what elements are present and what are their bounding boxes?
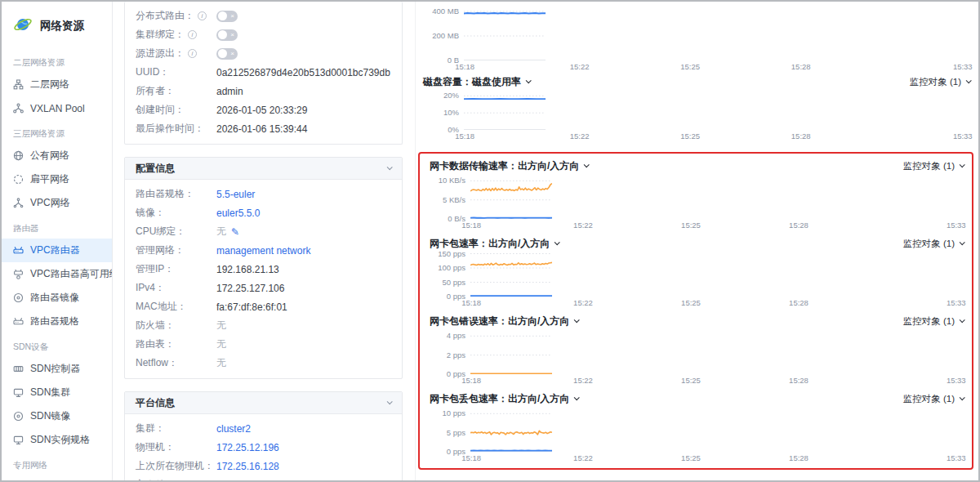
dashed-circle-icon (13, 174, 24, 185)
info-row: 物理机：172.25.12.196 (125, 438, 402, 457)
sidebar-item-router-image[interactable]: 路由器镜像 (2, 286, 112, 310)
value-text: 0a212526879d4e20b513d0001bc739db (216, 67, 390, 78)
highlight-box: 网卡数据传输速率：出方向/入方向监控对象 (1)10 KB/s5 KB/s0 B… (418, 152, 973, 470)
monitor-target-dropdown[interactable]: 监控对象 (1) (910, 76, 970, 88)
section-title: 配置信息 (136, 162, 175, 176)
y-axis-label: 0 B (418, 56, 459, 65)
x-axis-label: 15:18 (455, 62, 474, 71)
value-link[interactable]: euler5.5.0 (216, 208, 260, 219)
sidebar-item-sdn-image[interactable]: SDN镜像 (2, 404, 112, 428)
x-axis-label: 15:28 (791, 132, 811, 141)
sidebar: 网络资源 二层网络资源二层网络VXLAN Pool三层网络资源公有网络扁平网络V… (2, 2, 113, 480)
y-axis-label: 5 pps (425, 428, 466, 437)
monitor-target-dropdown[interactable]: 监控对象 (1) (903, 160, 964, 172)
value-link[interactable]: 172.25.16.128 (216, 461, 279, 472)
x-axis: 15:1815:2215:2515:2815:33 (464, 131, 967, 142)
sidebar-item-sdn-controller[interactable]: SDN控制器 (2, 357, 112, 381)
chevron-down-icon (584, 162, 590, 167)
info-label: 创建时间： (136, 103, 216, 117)
chevron-down-icon (526, 78, 532, 83)
y-axis-label: 0% (418, 125, 459, 134)
info-row: IPv4：172.25.127.106 (125, 279, 402, 297)
sidebar-item-public-network[interactable]: 公有网络 (2, 144, 112, 167)
chart-title-dropdown[interactable]: 网卡数据传输速率：出方向/入方向 (430, 159, 588, 173)
y-axis-label: 10% (418, 108, 459, 117)
toggle-switch-off[interactable]: × (216, 11, 238, 22)
sidebar-item-vpc-network[interactable]: VPC网络 (2, 191, 112, 215)
sidebar-item-label: SDN镜像 (30, 409, 70, 423)
info-label: 所有者： (136, 84, 216, 98)
value-text: 无 (216, 225, 226, 239)
sidebar-item-sdn-cluster[interactable]: SDN集群 (2, 381, 112, 404)
y-axis-label: 400 MB (418, 7, 459, 16)
x-axis-label: 15:22 (573, 376, 593, 385)
info-value: 无✎ (216, 225, 239, 239)
info-label: 路由器规格： (136, 187, 216, 201)
x-axis: 15:1815:2215:2515:2815:33 (464, 61, 967, 73)
info-label: UUID： (136, 65, 216, 79)
x-axis-label: 15:22 (573, 221, 593, 230)
sidebar-item-l2-network[interactable]: 二层网络 (2, 73, 112, 96)
branch-icon (13, 103, 24, 114)
info-row: 最后操作时间：2026-01-06 15:39:44 (125, 119, 402, 138)
sidebar-item-vxlan-pool[interactable]: VXLAN Pool (2, 96, 112, 120)
value-text: 无 (216, 319, 226, 332)
info-label: 主存储： (136, 478, 216, 480)
y-axis-label: 20% (418, 91, 459, 100)
y-axis-label: 10 KB/s (425, 176, 466, 185)
sidebar-item-flat-network[interactable]: 扁平网络 (2, 167, 112, 191)
value-link[interactable]: 172.25.12.196 (216, 442, 279, 453)
chart-nic-drops: 网卡包丢包速率：出方向/入方向监控对象 (1)10 pps5 pps0 pps1… (420, 391, 972, 464)
value-link[interactable]: management network (216, 245, 310, 257)
toggle-switch-off[interactable]: × (216, 48, 238, 60)
sidebar-item-label: VPC路由器 (30, 243, 80, 257)
value-text: admin (216, 86, 243, 97)
chevron-down-icon (387, 399, 393, 404)
app-logo-row: 网络资源 (2, 10, 112, 49)
info-value: cluster2 (216, 423, 251, 435)
sidebar-item-vpc-router-ha-group[interactable]: VPC路由器高可用组 (2, 262, 112, 286)
chevron-down-icon (960, 317, 965, 323)
edit-icon[interactable]: ✎ (231, 226, 239, 238)
info-label: MAC地址： (136, 300, 216, 314)
switch-icon (13, 364, 24, 374)
chart-title-dropdown[interactable]: 网卡包错误速率：出方向/入方向 (430, 315, 578, 328)
monitor-target-dropdown[interactable]: 监控对象 (1) (903, 238, 964, 250)
chart-canvas (464, 89, 546, 130)
monitor-target-dropdown[interactable]: 监控对象 (1) (903, 315, 964, 328)
section-header[interactable]: 平台信息 (125, 392, 402, 414)
info-icon: i (188, 30, 197, 39)
info-label: 物理机： (136, 440, 216, 454)
sidebar-item-router-spec[interactable]: 路由器规格 (2, 310, 112, 333)
sidebar-item-vpc-router[interactable]: VPC路由器 (2, 239, 112, 262)
section-header[interactable]: 配置信息 (125, 158, 402, 180)
x-axis-label: 15:28 (789, 221, 808, 230)
y-axis-label: 0 B/s (425, 214, 466, 223)
info-row: CPU绑定：无✎ (125, 222, 402, 241)
value-link[interactable]: 5.5-euler (216, 189, 255, 200)
x-axis-label: 15:22 (573, 453, 593, 462)
card-basic-info: 分布式路由：i×集群绑定：i×源进源出：i×UUID：0a212526879d4… (124, 2, 403, 145)
y-axis-label: 4 pps (425, 331, 466, 340)
sidebar-item-sdn-instance-spec[interactable]: SDN实例规格 (2, 428, 112, 452)
toggle-switch-off[interactable]: × (216, 29, 238, 41)
value-link[interactable]: cluster2 (216, 423, 251, 435)
info-value: euler5.5.0 (216, 208, 260, 219)
info-value: 5.5-euler (216, 189, 255, 200)
sidebar-item-management-network[interactable]: 管理网络 (2, 475, 112, 480)
info-row: 镜像：euler5.5.0 (125, 203, 402, 222)
info-value: 2026-01-05 20:33:29 (216, 105, 307, 116)
chart-title-dropdown[interactable]: 磁盘容量：磁盘使用率 (423, 75, 530, 89)
chart-title-dropdown[interactable]: 网卡包丢包速率：出方向/入方向 (430, 392, 578, 406)
chart-plot: 4 pps2 pps0 pps (425, 328, 967, 374)
chevron-down-icon (960, 239, 965, 245)
info-row: 管理IP：192.168.21.13 (125, 260, 402, 279)
value-link[interactable]: local (216, 480, 237, 481)
charts-panel: 400 MB200 MB0 B15:1815:2215:2515:2815:33… (415, 2, 978, 480)
x-axis-label: 15:33 (947, 376, 966, 385)
monitor-target-dropdown[interactable]: 监控对象 (1) (903, 393, 964, 405)
sidebar-item-label: SDN集群 (30, 386, 70, 399)
chart-plot: 10 KB/s5 KB/s0 B/s (425, 173, 967, 219)
x-axis-label: 15:25 (680, 132, 700, 141)
info-label: 镜像： (136, 206, 216, 220)
